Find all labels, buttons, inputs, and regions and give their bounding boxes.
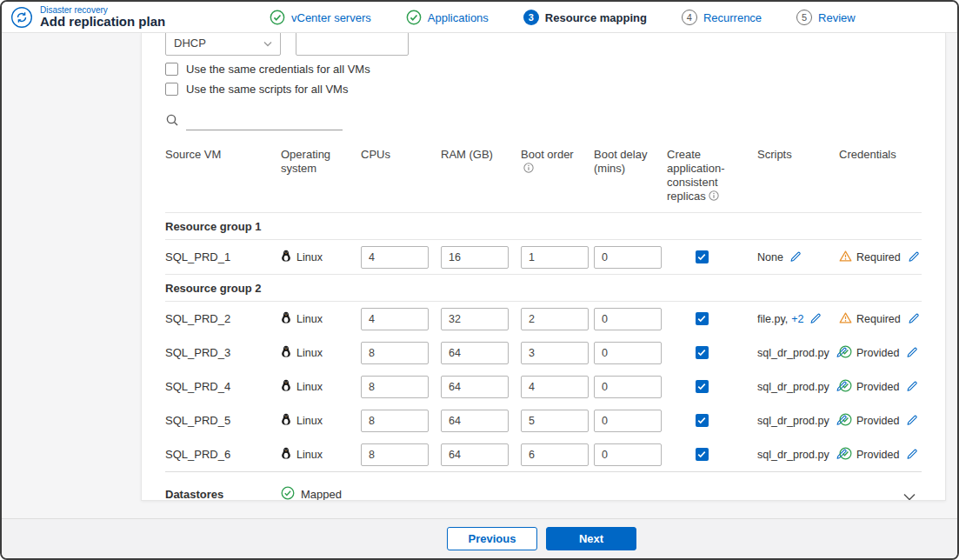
- boot-delay-input[interactable]: [594, 308, 662, 330]
- ram-input[interactable]: [441, 246, 509, 269]
- scripts-more-link[interactable]: +2: [791, 313, 803, 325]
- edit-credentials-icon[interactable]: [906, 381, 917, 392]
- scripts-cell: sql_dr_prod.py: [757, 347, 839, 359]
- ip-address-field[interactable]: [296, 33, 409, 56]
- os-cell: Linux: [281, 345, 361, 360]
- step-label: Applications: [428, 11, 489, 24]
- source-vm: SQL_PRD_6: [165, 448, 281, 461]
- step-review[interactable]: 5 Review: [796, 10, 856, 25]
- brand: Disaster recovery Add replication plan: [2, 5, 165, 30]
- scripts-value: file.py,: [757, 313, 788, 325]
- boot-delay-input[interactable]: [594, 443, 662, 466]
- credentials-cell: Required: [839, 250, 928, 264]
- credentials-value: Provided: [856, 381, 899, 393]
- boot-order-input[interactable]: [521, 376, 589, 398]
- ram-input[interactable]: [441, 410, 509, 432]
- chevron-down-icon[interactable]: [902, 490, 916, 501]
- scripts-cell: None: [757, 251, 839, 263]
- cpus-input[interactable]: [361, 376, 429, 398]
- consistent-replica-checkbox[interactable]: [696, 312, 709, 325]
- consistent-replica-checkbox[interactable]: [696, 250, 709, 263]
- col-cpus: CPUs: [361, 148, 441, 162]
- source-vm: SQL_PRD_5: [165, 414, 281, 427]
- boot-order-input[interactable]: [521, 342, 589, 364]
- scripts-value: sql_dr_prod.py: [757, 347, 829, 359]
- edit-credentials-icon[interactable]: [908, 251, 919, 263]
- consistent-replica-checkbox[interactable]: [696, 414, 709, 427]
- same-scripts-label: Use the same scripts for all VMs: [186, 83, 348, 96]
- resource-group-header: Resource group 1: [165, 212, 922, 240]
- info-icon[interactable]: [523, 163, 534, 173]
- same-credentials-checkbox[interactable]: [165, 63, 178, 76]
- scripts-cell: file.py, +2: [757, 313, 839, 325]
- cpus-input[interactable]: [361, 410, 429, 432]
- step-number: 4: [682, 10, 697, 25]
- resource-mapping-card: DHCP Use the same credentials for all VM…: [141, 33, 946, 501]
- source-vm: SQL_PRD_3: [165, 346, 281, 359]
- boot-delay-input[interactable]: [594, 410, 662, 432]
- edit-credentials-icon[interactable]: [906, 347, 917, 358]
- ip-mode-value: DHCP: [174, 37, 206, 50]
- info-icon[interactable]: [709, 190, 719, 201]
- edit-scripts-icon[interactable]: [809, 313, 821, 324]
- check-circle-icon: [839, 447, 852, 463]
- os-cell: Linux: [281, 447, 361, 462]
- ip-mode-select[interactable]: DHCP: [165, 33, 281, 56]
- cpus-input[interactable]: [361, 308, 429, 330]
- consistent-replica-checkbox[interactable]: [696, 448, 709, 461]
- linux-icon: [281, 250, 291, 264]
- cpus-input[interactable]: [361, 246, 429, 269]
- boot-delay-input[interactable]: [594, 246, 662, 269]
- previous-button[interactable]: Previous: [447, 527, 537, 550]
- boot-order-input[interactable]: [521, 308, 589, 330]
- cpus-input[interactable]: [361, 342, 429, 364]
- boot-order-input[interactable]: [521, 246, 589, 269]
- warning-icon: [839, 250, 852, 264]
- boot-delay-input[interactable]: [594, 376, 662, 398]
- scripts-cell: sql_dr_prod.py: [757, 415, 839, 427]
- ram-input[interactable]: [441, 342, 509, 364]
- step-applications[interactable]: Applications: [406, 10, 489, 25]
- consistent-replica-checkbox[interactable]: [696, 380, 709, 393]
- source-vm: SQL_PRD_2: [165, 312, 281, 325]
- ram-input[interactable]: [441, 308, 509, 330]
- ram-input[interactable]: [441, 443, 509, 466]
- search-input[interactable]: [186, 111, 343, 130]
- table-row: SQL_PRD_6 Linux sql_dr_prod.py Provided: [165, 437, 922, 471]
- edit-credentials-icon[interactable]: [906, 415, 917, 426]
- check-circle-icon: [270, 10, 285, 25]
- caret-down-icon: [263, 37, 272, 50]
- scripts-value: sql_dr_prod.py: [757, 381, 829, 393]
- step-recurrence[interactable]: 4 Recurrence: [682, 10, 762, 25]
- cpus-input[interactable]: [361, 443, 429, 466]
- table-row: SQL_PRD_1 Linux None Required: [165, 240, 922, 274]
- source-vm: SQL_PRD_4: [165, 380, 281, 393]
- os-label: Linux: [296, 251, 323, 263]
- table-row: SQL_PRD_3 Linux sql_dr_prod.py Provided: [165, 336, 922, 370]
- datastores-status-label: Mapped: [301, 488, 342, 501]
- os-label: Linux: [296, 449, 323, 461]
- step-vcenter-servers[interactable]: vCenter servers: [270, 10, 371, 25]
- datastores-section[interactable]: Datastores Mapped: [165, 471, 922, 501]
- boot-order-input[interactable]: [521, 443, 589, 466]
- next-button[interactable]: Next: [546, 527, 636, 550]
- col-ram: RAM (GB): [441, 148, 521, 162]
- window: Disaster recovery Add replication plan v…: [0, 0, 959, 560]
- edit-scripts-icon[interactable]: [789, 251, 801, 263]
- linux-icon: [281, 447, 291, 462]
- credentials-cell: Provided: [839, 413, 926, 429]
- scripts-cell: sql_dr_prod.py: [757, 381, 839, 393]
- disaster-recovery-icon: [10, 6, 33, 29]
- edit-credentials-icon[interactable]: [908, 313, 919, 324]
- boot-order-input[interactable]: [521, 410, 589, 432]
- same-scripts-checkbox[interactable]: [165, 83, 178, 96]
- os-cell: Linux: [281, 311, 361, 326]
- datastores-title: Datastores: [165, 488, 281, 501]
- step-number: 5: [796, 10, 812, 25]
- consistent-replica-checkbox[interactable]: [696, 346, 709, 359]
- step-resource-mapping[interactable]: 3 Resource mapping: [523, 10, 647, 25]
- ram-input[interactable]: [441, 376, 509, 398]
- step-label: Resource mapping: [545, 11, 647, 24]
- edit-credentials-icon[interactable]: [906, 449, 917, 460]
- boot-delay-input[interactable]: [594, 342, 662, 364]
